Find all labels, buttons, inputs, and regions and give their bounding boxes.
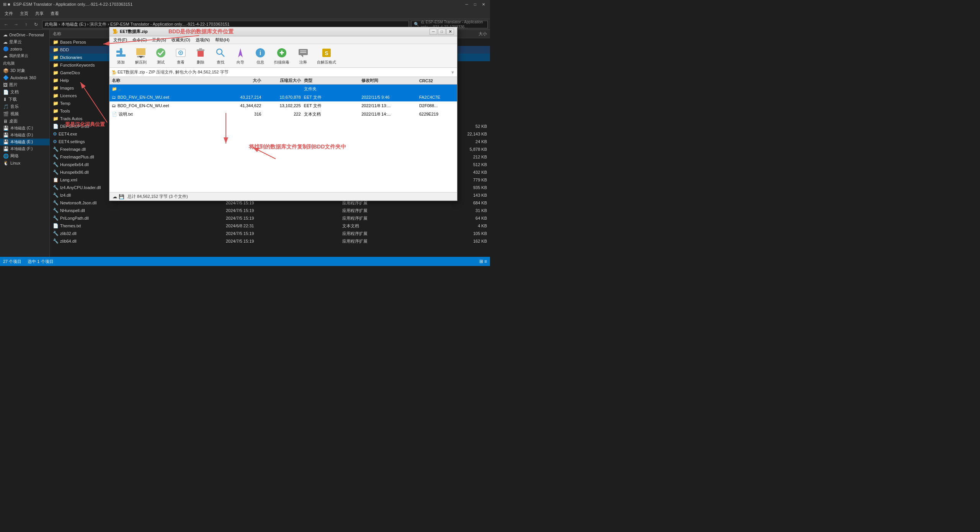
zip-window: 🗜 EET数据库.zip ─ □ ✕ 文件(F) 命令(C) 工具(S) 收藏夹… xyxy=(109,27,457,201)
close-button[interactable]: ✕ xyxy=(480,2,487,7)
file-name: Licences xyxy=(60,93,77,98)
file-name: NHunspell.dll xyxy=(60,208,85,213)
zip-find-button[interactable]: 查找 xyxy=(212,45,229,67)
sidebar-item-c[interactable]: 💾 本地磁盘 (C:) xyxy=(0,125,49,132)
zip-extract-button[interactable]: 解压到 xyxy=(132,45,149,67)
view-icons[interactable]: ⊞ ≡ xyxy=(479,259,487,264)
sidebar-item-desktop[interactable]: 🖥 桌面 xyxy=(0,117,49,125)
sidebar-item-d[interactable]: 💾 本地磁盘 (D:) xyxy=(0,132,49,139)
file-type-icon: 📁 xyxy=(53,93,59,98)
zip-col-crc[interactable]: CRC32 xyxy=(418,78,457,83)
zip-minimize-button[interactable]: ─ xyxy=(430,29,437,35)
file-type-icon: 🔧 xyxy=(53,147,59,152)
zip-close-button[interactable]: ✕ xyxy=(446,29,454,35)
maximize-button[interactable]: □ xyxy=(472,2,479,7)
zip-file-size: 316 xyxy=(223,112,263,116)
sidebar-label: 图片 xyxy=(9,82,18,88)
zip-add-button[interactable]: 添加 xyxy=(113,45,129,67)
zip-info-button[interactable]: i 信息 xyxy=(252,45,269,67)
zip-selfextract-button[interactable]: S 自解压格式 xyxy=(315,45,338,67)
zip-filename-text: 说明.txt xyxy=(119,111,133,117)
sidebar-item-zotero[interactable]: 🔵 zotero xyxy=(0,46,49,52)
toolbar-view[interactable]: 查看 xyxy=(47,10,62,17)
zip-file-row[interactable]: 🗂 BDD_FNV_EN-CN_WU.eet 43,217,214 10,670… xyxy=(109,93,457,101)
zip-menu-options[interactable]: 选项(N) xyxy=(193,37,212,43)
sidebar-item-linux[interactable]: 🐧 Linux xyxy=(0,160,49,166)
zip-menu-help[interactable]: 帮助(H) xyxy=(213,37,232,43)
file-row[interactable]: 📄 Themes.txt 2024/6/8 22:31 文本文档 4 KB xyxy=(50,222,490,230)
file-size: 4 KB xyxy=(429,224,488,228)
zip-col-date[interactable]: 修改时间 xyxy=(360,78,418,83)
zip-col-packed[interactable]: 压缩后大小 xyxy=(263,78,302,83)
svg-rect-10 xyxy=(198,51,204,57)
minimize-button[interactable]: ─ xyxy=(463,2,470,7)
box-icon: 📦 xyxy=(3,68,9,73)
file-row[interactable]: 🔧 NHunspell.dll 2024/7/5 15:19 应用程序扩展 31… xyxy=(50,207,490,214)
cloud-icon-2: ☁ xyxy=(3,39,8,45)
file-type-icon: 📁 xyxy=(53,47,59,52)
zip-menu-tools[interactable]: 工具(S) xyxy=(150,37,168,43)
forward-button[interactable]: → xyxy=(12,21,20,28)
zip-file-type: 文本文档 xyxy=(302,111,360,117)
zip-comment-button[interactable]: 注释 xyxy=(295,45,312,67)
file-name: Themes.txt xyxy=(60,224,81,228)
zip-file-name: 🗂 BDD_FO4_EN-CN_WU.eet xyxy=(109,103,223,108)
wizard-icon xyxy=(234,47,247,59)
back-button[interactable]: ← xyxy=(2,21,10,28)
zip-col-size[interactable]: 大小 xyxy=(223,78,263,83)
zip-title-icon: 🗜 xyxy=(113,29,118,34)
zip-maximize-button[interactable]: □ xyxy=(438,29,446,35)
sidebar-label: 视频 xyxy=(10,111,19,117)
zip-status-icon2: 💾 xyxy=(119,194,124,199)
file-name: Tools xyxy=(60,109,70,113)
file-name: Trads Autos xyxy=(60,116,82,121)
up-button[interactable]: ↑ xyxy=(22,21,30,28)
zip-file-row[interactable]: 📄 说明.txt 316 222 文本文档 2022/11/8 14:... 6… xyxy=(109,110,457,118)
file-type-icon: 🔧 xyxy=(53,185,59,190)
sidebar-item-pictures[interactable]: 🖼 图片 xyxy=(0,81,49,88)
zip-view-button[interactable]: 查看 xyxy=(172,45,189,67)
zip-file-row[interactable]: 📁 .. 文件夹 xyxy=(109,85,457,93)
file-type-icon: 🔧 xyxy=(53,162,59,167)
zip-file-row[interactable]: 🗂 BDD_FO4_EN-CN_WU.eet 41,344,622 13,102… xyxy=(109,101,457,110)
sidebar-item-network[interactable]: 🌐 网络 xyxy=(0,152,49,160)
zip-file-icon: 🗂 xyxy=(112,103,116,108)
sidebar-item-music[interactable]: 🎵 音乐 xyxy=(0,103,49,110)
file-row[interactable]: 🔧 zlib32.dll 2024/7/5 15:19 应用程序扩展 105 K… xyxy=(50,230,490,237)
zip-col-type[interactable]: 类型 xyxy=(302,78,360,83)
sidebar-item-3d[interactable]: 📦 3D 对象 xyxy=(0,67,49,74)
zip-menu-cmd[interactable]: 命令(C) xyxy=(130,37,149,43)
zip-delete-button[interactable]: 删除 xyxy=(192,45,209,67)
toolbar-share[interactable]: 共享 xyxy=(32,10,47,17)
file-row[interactable]: 🔧 zlib64.dll 2024/7/5 15:19 应用程序扩展 162 K… xyxy=(50,237,490,245)
music-icon: 🎵 xyxy=(3,104,9,109)
zip-menu-file[interactable]: 文件(F) xyxy=(111,37,129,43)
file-name: Hunspellx86.dll xyxy=(60,170,89,175)
sidebar-item-jguyun[interactable]: ☁ 坚果云 xyxy=(0,38,49,46)
sidebar-item-onedrive[interactable]: ☁ OneDrive - Personal xyxy=(0,31,49,38)
zip-wizard-button[interactable]: 向导 xyxy=(232,45,249,67)
sidebar-item-f[interactable]: 💾 本地磁盘 (F:) xyxy=(0,145,49,152)
zip-file-date: 2022/11/8 13:... xyxy=(360,103,418,108)
zip-test-button[interactable]: 测试 xyxy=(152,45,169,67)
zip-addr-chevron: ▼ xyxy=(451,70,455,75)
sidebar-item-documents[interactable]: 📄 文档 xyxy=(0,88,49,96)
zip-col-name[interactable]: 名称 xyxy=(109,78,223,83)
toolbar-home[interactable]: 主页 xyxy=(17,10,31,17)
sidebar-item-e[interactable]: 💾 本地磁盘 (E:) xyxy=(0,139,49,145)
file-type-icon: 🔧 xyxy=(53,170,59,175)
file-type-icon: 📄 xyxy=(53,223,59,228)
zip-file-size: 41,344,622 xyxy=(223,103,263,108)
cloud-icon: ☁ xyxy=(3,32,8,38)
desktop-icon: 🖥 xyxy=(3,119,8,124)
selfextract-icon: S xyxy=(320,47,333,59)
file-row[interactable]: 🔧 PriLongPath.dll 2024/7/5 15:19 应用程序扩展 … xyxy=(50,214,490,222)
refresh-button[interactable]: ↻ xyxy=(32,21,40,28)
sidebar-item-woyun[interactable]: ☁ 我的坚果云 xyxy=(0,52,49,59)
sidebar-item-downloads[interactable]: ⬇ 下载 xyxy=(0,96,49,103)
sidebar-item-videos[interactable]: 🎬 视频 xyxy=(0,110,49,117)
zip-scan-button[interactable]: ✚ 扫描病毒 xyxy=(272,45,292,67)
zip-menu-fav[interactable]: 收藏夹(O) xyxy=(169,37,193,43)
toolbar-file[interactable]: 文件 xyxy=(2,10,16,17)
sidebar-item-autodesk[interactable]: 🔷 Autodesk 360 xyxy=(0,74,49,81)
